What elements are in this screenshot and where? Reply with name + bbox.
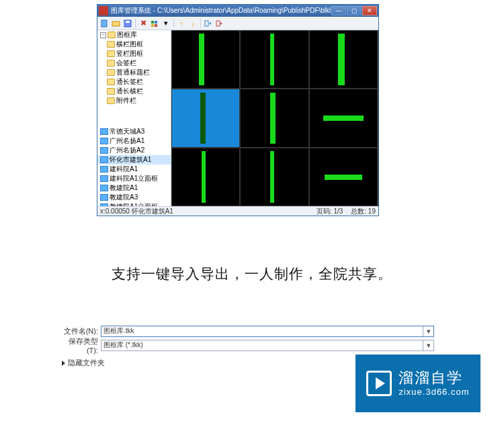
tree-folder[interactable]: 附件栏 [97,96,171,105]
dropdown-icon[interactable]: ▾ [161,19,171,28]
svg-rect-3 [126,21,130,23]
filename-row: 文件名(N): 图框库.tkk ▾ [58,325,434,337]
folder-icon [107,69,115,76]
delete-icon[interactable]: ✖ [138,19,148,28]
svg-rect-1 [112,21,120,26]
watermark-text: 溜溜自学 zixue.3d66.com [398,369,469,397]
tree-doc[interactable]: 怀化市建筑A1 [97,155,171,164]
filetype-select[interactable]: 图框库 (*.tkk) ▾ [101,340,434,351]
export-icon[interactable] [215,19,224,28]
thumbnail[interactable] [309,148,378,206]
tree-folder[interactable]: 竖栏图框 [97,49,171,58]
svg-rect-5 [155,21,157,23]
status-page: 页码: 1/3 [317,207,343,216]
thumbnail[interactable] [240,89,308,147]
tree-label: 建科院A1 [110,164,138,174]
filetype-label: 保存类型(T): [58,336,101,355]
thumbnail[interactable] [309,30,378,89]
tree-label: 普通标题栏 [116,68,150,77]
tree-label: 图框库 [117,30,137,40]
tree-panel[interactable]: −图框库 横栏图框 竖栏图框 会签栏 普通标题栏 通长签栏 通长横栏 附件栏 常… [97,30,171,206]
filename-input[interactable]: 图框库.tkk ▾ [101,326,434,337]
tree-label: 横栏图框 [116,40,143,49]
doc-icon [100,156,108,163]
save-icon[interactable] [123,19,132,28]
tree-folder[interactable]: 普通标题栏 [97,68,171,77]
maximize-button[interactable]: ▢ [347,6,362,15]
thumbnail[interactable] [309,89,378,147]
toolbar-separator [173,19,174,28]
close-button[interactable]: ✕ [362,6,377,15]
up-arrow-icon[interactable]: ↑ [177,19,186,28]
tree-label: 会签栏 [116,58,136,68]
thumbnail[interactable] [240,148,308,206]
titlebar[interactable]: 图库管理系统 - C:\Users\Administrator\AppData\… [97,5,378,17]
toolbar: ✖ ▾ ↑ ↓ [97,17,378,30]
folder-icon [107,79,115,85]
tree-doc[interactable]: 建科院A1立面框 [97,174,171,183]
doc-icon [100,175,108,182]
folder-icon [107,60,115,66]
import-icon[interactable] [204,19,213,28]
tree-label: 广州名扬A1 [110,136,144,146]
doc-icon [100,147,108,154]
app-window: 图库管理系统 - C:\Users\Administrator\AppData\… [97,4,379,216]
tree-folder[interactable]: 会签栏 [97,58,171,68]
doc-icon [100,138,108,144]
tree-label: 附件栏 [116,96,136,105]
open-icon[interactable] [112,19,121,28]
tree-folder[interactable]: 通长签栏 [97,77,171,87]
tree-label: 教建院A3 [110,193,138,202]
tree-doc[interactable]: 教建院A1 [97,183,171,193]
folder-icon [107,97,115,104]
status-bar: x:0.00050 怀化市建筑A1 页码: 1/3 总数: 19 [97,206,378,216]
tree-label: 通长横栏 [116,87,143,96]
tree-doc[interactable]: 常德天城A3 [97,127,171,136]
thumbnail[interactable] [171,30,240,89]
doc-icon [100,166,108,173]
refresh-icon[interactable] [150,19,159,28]
tree-doc[interactable]: 教建院A3 [97,193,171,202]
dropdown-icon[interactable]: ▾ [423,326,433,336]
toolbar-separator [200,19,201,28]
hide-folders-label: 隐藏文件夹 [68,358,105,368]
folder-icon [107,41,115,48]
headline-text: 支持一键导入导出，一人制作，全院共享。 [0,265,504,283]
svg-rect-0 [101,20,107,27]
watermark-en: zixue.3d66.com [398,387,469,397]
window-title: 图库管理系统 - C:\Users\Administrator\AppData\… [111,6,331,15]
svg-rect-9 [216,21,220,26]
tree-label: 竖栏图框 [116,49,143,58]
doc-icon [100,128,108,135]
svg-rect-4 [151,21,154,23]
tree-folder[interactable]: 横栏图框 [97,40,171,49]
doc-icon [100,194,108,201]
tree-doc[interactable]: 建科院A1 [97,164,171,174]
svg-rect-8 [205,21,208,26]
folder-icon [107,50,115,57]
tree-doc[interactable]: 广州名扬A2 [97,146,171,155]
status-total: 总数: 19 [351,207,376,216]
dropdown-icon[interactable]: ▾ [423,340,433,350]
collapse-icon[interactable]: − [100,32,106,38]
watermark-cn: 溜溜自学 [398,369,469,387]
minimize-button[interactable]: — [331,6,346,15]
folder-icon [107,88,115,95]
app-icon [99,6,108,15]
tree-label: 怀化市建筑A1 [110,155,151,164]
window-body: −图框库 横栏图框 竖栏图框 会签栏 普通标题栏 通长签栏 通长横栏 附件栏 常… [97,30,378,206]
down-arrow-icon[interactable]: ↓ [188,19,198,28]
tree-folder[interactable]: 通长横栏 [97,87,171,96]
tree-doc[interactable]: 广州名扬A1 [97,136,171,146]
tree-root[interactable]: −图框库 [97,30,171,40]
filetype-value: 图框库 (*.tkk) [101,340,423,350]
tree-label: 教建院A1 [110,183,138,193]
thumbnail[interactable] [240,30,308,89]
filename-label: 文件名(N): [58,326,101,336]
tree-label: 通长签栏 [116,77,143,87]
new-icon[interactable] [100,19,110,28]
status-coord: x:0.00050 怀化市建筑A1 [100,207,317,216]
thumbnail[interactable] [171,148,240,206]
thumbnail-selected[interactable] [171,89,240,147]
filetype-row: 保存类型(T): 图框库 (*.tkk) ▾ [58,339,434,351]
